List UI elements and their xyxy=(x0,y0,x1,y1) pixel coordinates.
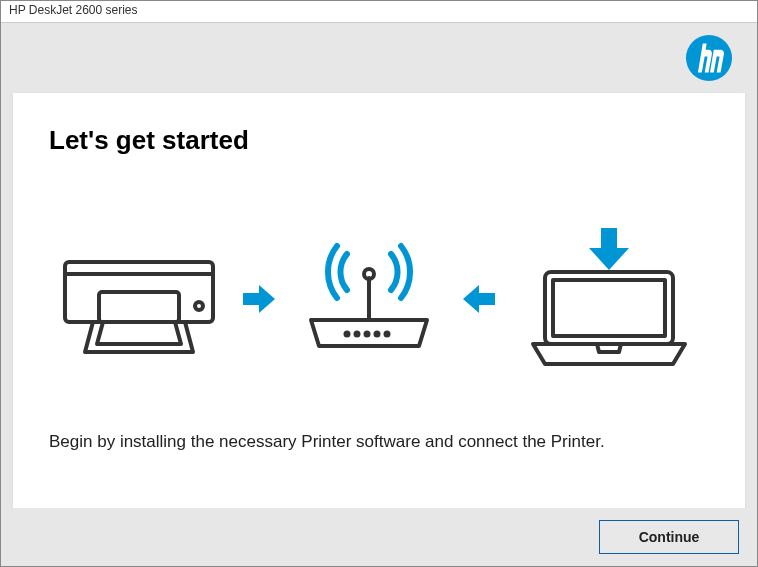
svg-rect-2 xyxy=(99,292,179,322)
main-card: Let's get started xyxy=(13,93,745,508)
printer-icon xyxy=(59,234,219,364)
svg-rect-12 xyxy=(553,280,665,336)
svg-rect-11 xyxy=(545,272,673,344)
svg-point-4 xyxy=(346,332,349,335)
svg-point-8 xyxy=(386,332,389,335)
arrow-right-icon xyxy=(241,281,277,317)
page-title: Let's get started xyxy=(49,125,709,156)
router-icon xyxy=(299,234,439,364)
hp-logo-icon xyxy=(685,34,733,82)
laptop-icon xyxy=(519,224,699,374)
installer-window: HP DeskJet 2600 series Let's get started xyxy=(0,0,758,567)
svg-point-5 xyxy=(356,332,359,335)
instruction-text: Begin by installing the necessary Printe… xyxy=(49,431,709,454)
setup-illustration xyxy=(49,186,709,421)
footer-bar: Continue xyxy=(1,508,757,566)
svg-point-3 xyxy=(195,302,203,310)
continue-button[interactable]: Continue xyxy=(599,520,739,554)
window-titlebar: HP DeskJet 2600 series xyxy=(1,1,757,23)
svg-point-7 xyxy=(376,332,379,335)
logo-row xyxy=(1,23,757,93)
content-area: Let's get started xyxy=(1,23,757,566)
arrow-left-icon xyxy=(461,281,497,317)
svg-point-10 xyxy=(364,269,374,279)
svg-point-6 xyxy=(366,332,369,335)
window-title: HP DeskJet 2600 series xyxy=(9,3,138,17)
